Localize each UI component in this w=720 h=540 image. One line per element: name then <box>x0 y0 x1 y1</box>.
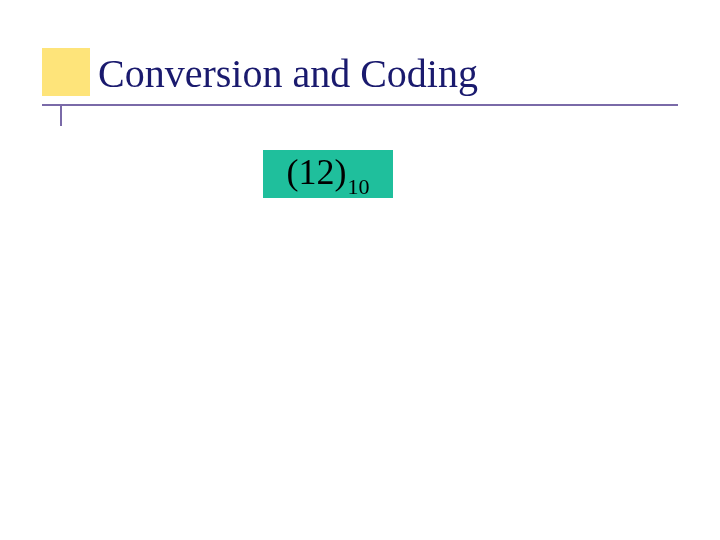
slide-title: Conversion and Coding <box>98 50 478 97</box>
title-tick-mark <box>60 104 62 126</box>
formula-highlight-box: (12) 10 <box>263 150 393 198</box>
formula-main-text: (12) <box>287 154 347 190</box>
formula-subscript: 10 <box>347 174 369 200</box>
slide-header: Conversion and Coding <box>0 48 720 118</box>
accent-square <box>42 48 90 96</box>
title-underline <box>42 104 678 106</box>
